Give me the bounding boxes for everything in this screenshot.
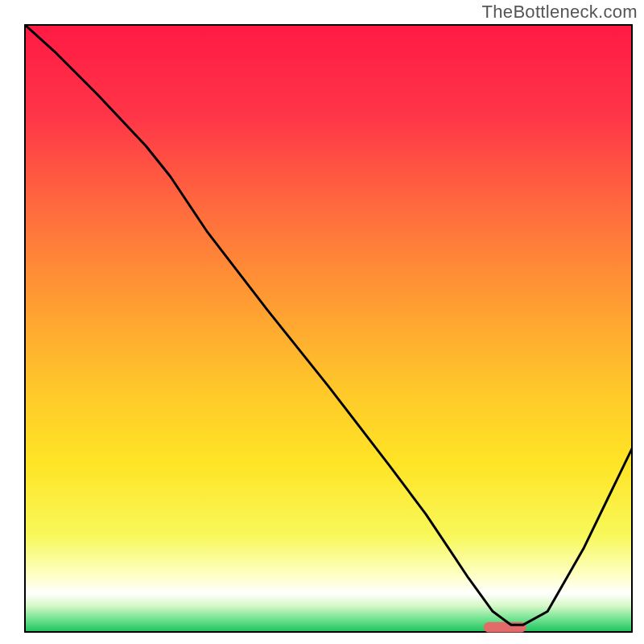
plot-area [24,24,633,633]
chart-svg [24,24,633,633]
watermark-label: TheBottleneck.com [482,2,638,23]
chart-container: TheBottleneck.com [0,0,644,644]
gradient-background [24,24,633,633]
